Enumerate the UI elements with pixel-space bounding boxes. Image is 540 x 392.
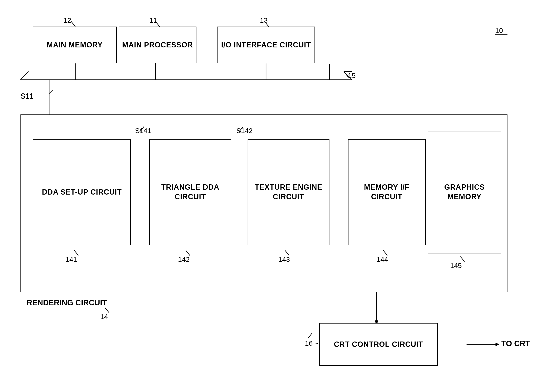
ref-14: 14 bbox=[100, 313, 108, 321]
graphics-memory-box: GRAPHICS MEMORY bbox=[428, 131, 501, 253]
ref-145: 145 bbox=[450, 262, 462, 270]
ref-141: 141 bbox=[65, 255, 77, 264]
memory-if-box: MEMORY I/F CIRCUIT bbox=[348, 139, 426, 245]
texture-engine-box: TEXTURE ENGINE CIRCUIT bbox=[248, 139, 330, 245]
crt-control-box: CRT CONTROL CIRCUIT bbox=[319, 323, 438, 366]
main-memory-box: MAIN MEMORY bbox=[33, 27, 117, 63]
svg-line-1 bbox=[20, 72, 29, 80]
main-processor-box: MAIN PROCESSOR bbox=[119, 27, 196, 63]
svg-line-32 bbox=[105, 308, 109, 313]
svg-line-37 bbox=[308, 333, 312, 338]
svg-line-24 bbox=[71, 21, 75, 27]
signal-s11: S11 bbox=[20, 92, 34, 101]
svg-line-34 bbox=[49, 90, 53, 94]
triangle-dda-box: TRIANGLE DDA CIRCUIT bbox=[149, 139, 231, 245]
svg-marker-23 bbox=[496, 343, 499, 346]
dda-setup-box: DDA SET-UP CIRCUIT bbox=[33, 139, 131, 245]
svg-line-33 bbox=[344, 72, 348, 77]
rendering-circuit-label: RENDERING CIRCUIT bbox=[27, 298, 107, 307]
ref-15: 15 bbox=[348, 72, 356, 79]
ref-143: 143 bbox=[278, 255, 290, 264]
ref-142: 142 bbox=[178, 255, 190, 264]
ref-11: 11 bbox=[149, 16, 157, 24]
io-interface-box: I/O INTERFACE CIRCUIT bbox=[217, 27, 315, 63]
ref-16: 16 ~ bbox=[305, 339, 319, 347]
ref-12: 12 bbox=[63, 16, 71, 24]
ref-13: 13 bbox=[260, 16, 268, 24]
signal-s141: S141 bbox=[135, 127, 151, 135]
ref-144: 144 bbox=[376, 255, 388, 264]
signal-s142: S142 bbox=[236, 127, 253, 135]
ref-10: 10 bbox=[495, 27, 503, 34]
to-crt-label: TO CRT bbox=[501, 339, 530, 348]
